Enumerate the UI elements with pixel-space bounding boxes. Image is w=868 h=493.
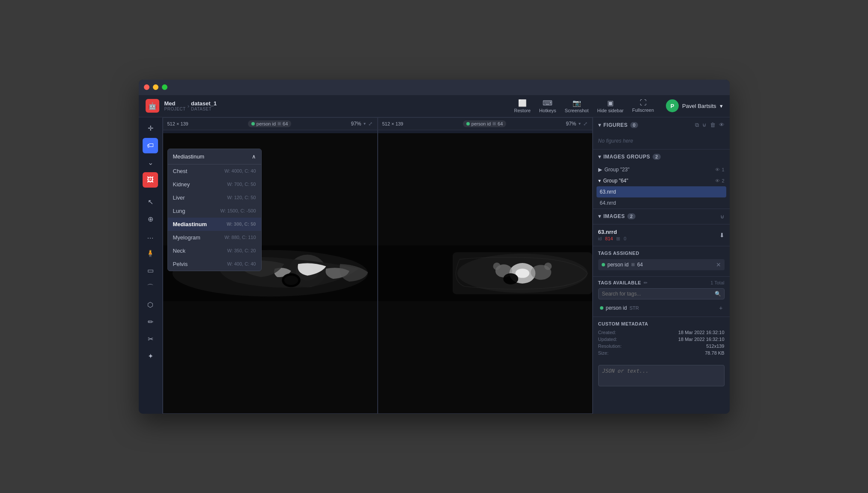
dropdown-item-info: W: 400, C: 40 bbox=[227, 261, 256, 266]
right-image-panel: 512 × 139 person id ⊞ 64 bbox=[378, 117, 593, 414]
dropdown-item-info: W: 700, C: 50 bbox=[227, 182, 256, 187]
right-tag-label: person id bbox=[471, 121, 491, 126]
dropdown-header[interactable]: Mediastinum ∧ bbox=[168, 149, 261, 164]
images-groups-section: ▾ Images groups 2 ▶ Group "23" 👁 bbox=[593, 149, 730, 209]
group-64-header[interactable]: ▾ Group "64" 👁 2 bbox=[593, 175, 730, 186]
svg-point-14 bbox=[503, 273, 518, 284]
right-expand-icon[interactable]: ⤢ bbox=[583, 121, 588, 127]
assigned-tag-close[interactable]: ✕ bbox=[716, 261, 721, 268]
dropdown-item-name: Lung bbox=[173, 208, 185, 214]
right-panel-header: 512 × 139 person id ⊞ 64 bbox=[378, 118, 592, 130]
images-title: ▾ IMAGES 2 bbox=[598, 213, 635, 219]
edit-tags-icon[interactable]: ✏ bbox=[644, 280, 647, 286]
screenshot-button[interactable]: 📷 Screenshot bbox=[565, 99, 589, 113]
tool-tag[interactable]: 🏷 bbox=[143, 138, 158, 153]
filter-icon[interactable]: ⊌ bbox=[702, 122, 707, 128]
tool-rect[interactable]: ▭ bbox=[143, 263, 158, 278]
search-icon: 🔍 bbox=[715, 291, 721, 297]
add-tag-icon[interactable]: + bbox=[719, 305, 722, 311]
dropdown-item-info: W: 120, C: 50 bbox=[227, 195, 256, 200]
figures-section-header[interactable]: ▾ FIGURES 0 ⧉ ⊌ 🗑 👁 bbox=[593, 117, 730, 133]
tool-polygon[interactable]: ⬡ bbox=[143, 297, 158, 313]
hide-icon[interactable]: 👁 bbox=[719, 122, 725, 128]
breadcrumb: Med PROJECT › dataset_1 DATASET bbox=[164, 100, 217, 111]
assigned-tag-label: person id ⊞ 64 bbox=[602, 262, 643, 268]
dropdown-item-chest[interactable]: ChestW: 4000, C: 40 bbox=[168, 164, 261, 178]
left-tag-label: person id bbox=[257, 121, 276, 126]
minimize-button[interactable] bbox=[153, 84, 158, 90]
right-panel-controls: person id ⊞ 64 bbox=[463, 120, 507, 127]
tool-chevron-down[interactable]: ⌄ bbox=[143, 155, 158, 170]
figures-chevron-icon: ▾ bbox=[598, 122, 601, 128]
images-section-title-row[interactable]: ▾ IMAGES 2 ⊌ bbox=[593, 209, 730, 224]
close-button[interactable] bbox=[144, 84, 149, 90]
left-tag-badge[interactable]: person id ⊞ 64 bbox=[248, 120, 292, 127]
tool-brush[interactable]: ✏ bbox=[143, 314, 158, 330]
tool-dots[interactable]: … bbox=[143, 229, 158, 244]
images-groups-header[interactable]: ▾ Images groups 2 bbox=[593, 149, 730, 164]
group-64-name: Group "64" bbox=[603, 178, 629, 184]
dropdown-item-kidney[interactable]: KidneyW: 700, C: 50 bbox=[168, 178, 261, 191]
file-63-item[interactable]: 63.nrrd bbox=[597, 186, 726, 197]
user-menu[interactable]: P Pavel Bartsits ▾ bbox=[666, 99, 722, 112]
images-count-badge: 2 bbox=[627, 213, 635, 219]
tool-magic[interactable]: ✦ bbox=[143, 349, 158, 364]
json-metadata-input[interactable] bbox=[598, 365, 725, 386]
left-panel-controls: person id ⊞ 64 bbox=[248, 120, 292, 127]
tag-dot-icon bbox=[251, 122, 255, 125]
tool-image[interactable]: 🖼 bbox=[143, 172, 158, 188]
meta-resolution-value: 512x139 bbox=[706, 344, 724, 349]
right-zoom-chevron[interactable]: ▾ bbox=[579, 121, 581, 126]
tool-person[interactable]: 🧍 bbox=[143, 246, 158, 261]
right-tag-badge[interactable]: person id ⊞ 64 bbox=[463, 120, 507, 127]
figures-section: ▾ FIGURES 0 ⧉ ⊌ 🗑 👁 No figures here bbox=[593, 117, 730, 149]
avail-tag-type: STR bbox=[629, 305, 639, 311]
tool-bezier[interactable]: ⌒ bbox=[143, 280, 158, 296]
images-filter-icon[interactable]: ⊌ bbox=[720, 213, 725, 220]
screenshot-icon: 📷 bbox=[573, 99, 581, 107]
dropdown-item-pelvis[interactable]: PelvisW: 400, C: 40 bbox=[168, 257, 261, 271]
tags-avail-header: TAGS AVAILABLE ✏ 1 Total bbox=[598, 280, 725, 286]
group-64-count: 👁 2 bbox=[715, 178, 724, 183]
dataset-breadcrumb[interactable]: dataset_1 DATASET bbox=[191, 100, 217, 111]
tool-target[interactable]: ⊕ bbox=[143, 212, 158, 227]
dropdown-item-mediastinum[interactable]: MediastinumW: 300, C: 50 bbox=[168, 218, 261, 231]
assigned-tag-dot bbox=[602, 263, 605, 266]
dropdown-item-neck[interactable]: NeckW: 350, C: 20 bbox=[168, 244, 261, 257]
file-64-item[interactable]: 64.nrrd bbox=[597, 197, 726, 209]
hide-sidebar-icon: ▣ bbox=[607, 99, 614, 107]
right-sidebar: ▾ FIGURES 0 ⧉ ⊌ 🗑 👁 No figures here bbox=[593, 117, 730, 414]
left-zoom-chevron[interactable]: ▾ bbox=[364, 121, 366, 126]
dropdown-item-liver[interactable]: LiverW: 120, C: 50 bbox=[168, 191, 261, 204]
avatar: P bbox=[666, 99, 679, 112]
delete-icon[interactable]: 🗑 bbox=[710, 122, 716, 128]
tool-scissors[interactable]: ✂ bbox=[143, 332, 158, 347]
left-panel-header: 512 × 139 person id ⊞ 64 bbox=[163, 118, 377, 130]
project-breadcrumb[interactable]: Med PROJECT bbox=[164, 100, 186, 111]
dropdown-item-myelogram[interactable]: MyelogramW: 880, C: 110 bbox=[168, 231, 261, 244]
metadata-section: CUSTOM METADATA Created: 18 Mar 2022 16:… bbox=[593, 317, 730, 362]
avail-tag-label: person id STR bbox=[600, 305, 639, 311]
hotkeys-button[interactable]: ⌨ Hotkeys bbox=[539, 99, 556, 113]
dropdown-item-info: W: 880, C: 110 bbox=[224, 235, 256, 240]
dropdown-item-lung[interactable]: LungW: 1500, C: -500 bbox=[168, 204, 261, 218]
maximize-button[interactable] bbox=[162, 84, 167, 90]
left-image-area: Mediastinum ∧ ChestW: 4000, C: 40KidneyW… bbox=[163, 133, 377, 413]
dropdown-item-name: Pelvis bbox=[173, 261, 188, 267]
fullscreen-button[interactable]: ⛶ Fullscreen bbox=[632, 99, 654, 113]
copy-icon[interactable]: ⧉ bbox=[695, 122, 699, 128]
ct-preset-dropdown[interactable]: Mediastinum ∧ ChestW: 4000, C: 40KidneyW… bbox=[167, 149, 262, 271]
tags-search-input[interactable] bbox=[598, 288, 725, 299]
download-button[interactable]: ⬇ bbox=[719, 232, 725, 239]
left-expand-icon[interactable]: ⤢ bbox=[368, 121, 373, 127]
tool-cursor[interactable]: ↖ bbox=[143, 194, 158, 210]
tool-move[interactable]: ✛ bbox=[143, 121, 158, 136]
restore-button[interactable]: ⬜ Restore bbox=[514, 99, 531, 113]
user-name: Pavel Bartsits bbox=[682, 103, 716, 109]
images-groups-label: Images groups bbox=[603, 154, 650, 160]
group-23-header[interactable]: ▶ Group "23" 👁 1 bbox=[593, 164, 730, 175]
assigned-tag-frame-icon: ⊞ bbox=[631, 262, 635, 267]
figures-empty-msg: No figures here bbox=[593, 133, 730, 149]
hide-sidebar-button[interactable]: ▣ Hide sidebar bbox=[597, 99, 624, 113]
svg-point-6 bbox=[284, 275, 298, 285]
